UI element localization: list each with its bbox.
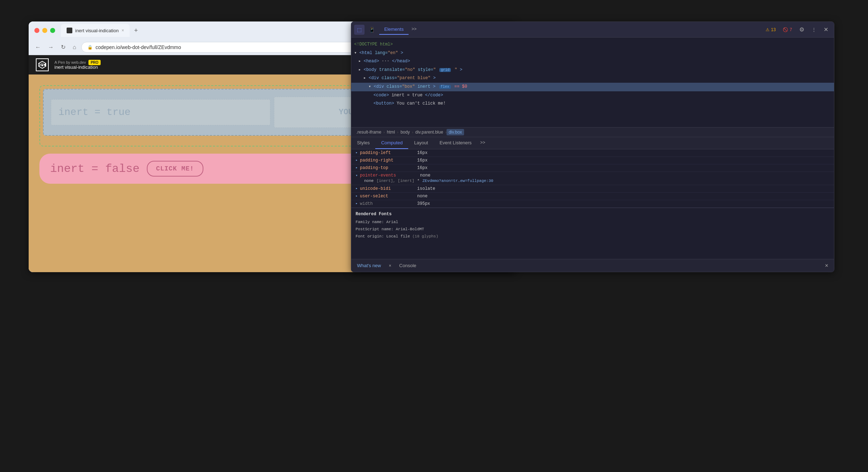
rendered-fonts-title: Rendered Fonts — [356, 212, 830, 217]
dom-box-div[interactable]: ▾ <div class="box" inert > flex == $0 — [351, 83, 834, 91]
prop-width: ▸ width 395px — [351, 200, 834, 208]
flex-badge: flex — [439, 85, 451, 89]
traffic-lights — [34, 28, 55, 33]
devtools-errors: 🚫 7 — [780, 26, 795, 34]
bc-html[interactable]: html — [385, 129, 397, 135]
dom-button: <button> You can't click me! — [351, 100, 834, 108]
devtools-more-btn[interactable]: ⋮ — [809, 25, 819, 35]
whats-new-tab[interactable]: What's new — [354, 261, 384, 270]
prop-padding-left: ▸ padding-left 16px — [351, 149, 834, 157]
inert-true-label: inert = true — [51, 99, 270, 125]
home-btn[interactable]: ⌂ — [71, 43, 78, 52]
inert-false-label: inert = false — [50, 162, 140, 175]
dom-head: ▸ <head> ··· </head> — [351, 57, 834, 66]
font-row-postscript: PostScript name: Arial-BoldMT — [356, 226, 830, 233]
rendered-fonts-section: Rendered Fonts Family name: Arial PostSc… — [351, 208, 834, 244]
bc-result-iframe[interactable]: .result-iframe — [354, 129, 384, 135]
prop-sub-pointer-events: none [inert], [inert] * ZEvdmmo?anon=tr…… — [356, 178, 502, 184]
active-tab[interactable]: ✦ inert visual-indication × — [61, 24, 130, 37]
computed-tab[interactable]: Computed — [375, 137, 408, 149]
devtools-warnings: ⚠ 13 — [763, 26, 778, 34]
close-traffic-light[interactable] — [34, 28, 39, 33]
dom-parent-div: ▸ <div class="parent blue" > — [351, 74, 834, 83]
pen-author: A Pen by web.dev PRO — [54, 60, 101, 64]
dom-code: <code> inert = true </code> — [351, 91, 834, 100]
back-btn[interactable]: ← — [33, 43, 43, 52]
devtools-tabs: Elements >> — [379, 24, 419, 35]
dom-html: ▾ <html lang="en" > — [351, 49, 834, 58]
inspect-element-btn[interactable]: ⬚ — [354, 25, 365, 35]
layout-tab[interactable]: Layout — [408, 137, 434, 149]
dom-doctype: <!DOCTYPE html> — [351, 40, 834, 49]
grid-badge: grid — [439, 68, 451, 72]
new-tab-btn[interactable]: + — [131, 25, 141, 36]
pen-title: inert visual-indication — [54, 64, 101, 70]
dom-tree: <!DOCTYPE html> ▾ <html lang="en" > ▸ <h… — [351, 38, 834, 127]
codepen-logo — [36, 58, 49, 71]
device-toggle-btn[interactable]: 📱 — [366, 25, 378, 35]
prop-unicode-bidi: ▸ unicode-bidi isolate — [351, 185, 834, 193]
dom-body: ▸ <body translate="no" style=" grid " > — [351, 66, 834, 74]
bottom-close-btn[interactable]: × — [822, 261, 831, 270]
event-listeners-tab[interactable]: Event Listeners — [434, 137, 477, 149]
prop-padding-right: ▸ padding-right 16px — [351, 157, 834, 164]
devtools-bottom-bar: What's new × Console × — [351, 259, 834, 272]
click-me-button[interactable]: CLICK ME! — [147, 161, 203, 177]
minimize-traffic-light[interactable] — [42, 28, 47, 33]
bc-parent-blue[interactable]: div.parent.blue — [413, 129, 445, 135]
devtools-toolbar: ⬚ 📱 Elements >> ⚠ 13 🚫 7 ⚙ ⋮ ✕ — [351, 22, 834, 38]
styles-tabs-more[interactable]: >> — [477, 137, 488, 149]
devtools-tabs-more[interactable]: >> — [409, 24, 419, 35]
codepen-favicon: ✦ — [67, 28, 72, 33]
font-row-origin: Font origin: Local file (18 glyphs) — [356, 233, 830, 240]
styles-tab[interactable]: Styles — [351, 137, 375, 149]
refresh-btn[interactable]: ↻ — [59, 42, 68, 52]
bc-body[interactable]: body — [398, 129, 412, 135]
bc-box[interactable]: div.box — [447, 129, 464, 135]
tab-close-btn[interactable]: × — [121, 28, 124, 33]
whats-new-close[interactable]: × — [387, 263, 394, 269]
maximize-traffic-light[interactable] — [50, 28, 55, 33]
styles-tabs-bar: Styles Computed Layout Event Listeners >… — [351, 137, 834, 149]
devtools-close-btn[interactable]: ✕ — [821, 25, 831, 34]
pen-info: A Pen by web.dev PRO inert visual-indica… — [54, 60, 101, 70]
prop-user-select: ▸ user-select none — [351, 193, 834, 200]
devtools-breadcrumb: .result-iframe › html › body › div.paren… — [351, 127, 834, 137]
elements-tab[interactable]: Elements — [379, 24, 409, 35]
forward-btn[interactable]: → — [46, 43, 56, 52]
computed-properties: ▸ padding-left 16px ▸ padding-right 16px… — [351, 149, 834, 259]
console-tab[interactable]: Console — [396, 261, 419, 270]
styles-panel: Styles Computed Layout Event Listeners >… — [351, 137, 834, 259]
devtools-panel: ⬚ 📱 Elements >> ⚠ 13 🚫 7 ⚙ ⋮ ✕ <!DOCTYPE… — [351, 21, 834, 272]
devtools-settings-btn[interactable]: ⚙ — [796, 25, 807, 34]
lock-icon: 🔒 — [87, 45, 93, 50]
font-row-family: Family name: Arial — [356, 219, 830, 226]
prop-pointer-events: ▾ pointer-events none none [inert], [ine… — [351, 172, 834, 185]
prop-padding-top: ▸ padding-top 16px — [351, 164, 834, 172]
tab-title: inert visual-indication — [75, 28, 119, 33]
url-text: codepen.io/web-dot-dev/full/ZEvdmmo — [96, 44, 181, 50]
